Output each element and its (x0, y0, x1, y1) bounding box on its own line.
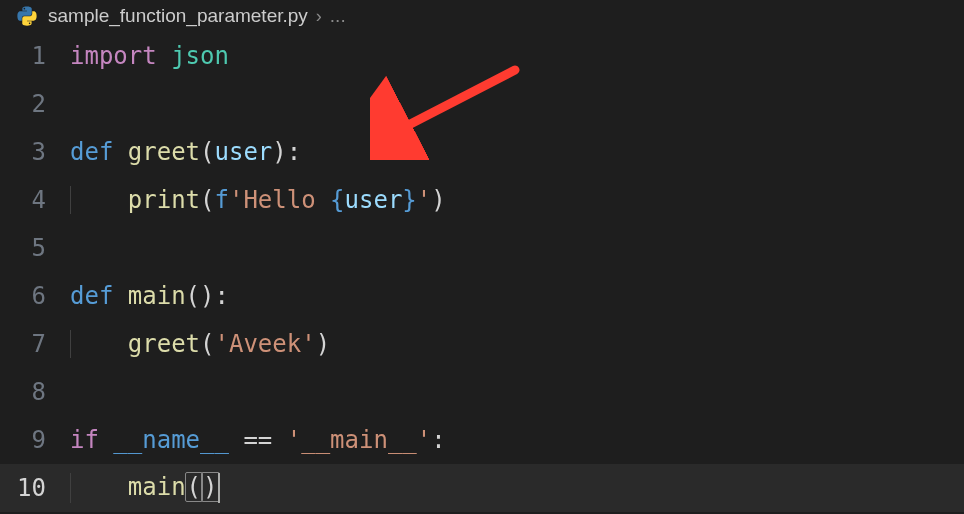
code-content[interactable]: def main(): (70, 282, 229, 310)
code-line: 8 (0, 368, 964, 416)
line-number: 3 (0, 138, 70, 166)
code-content[interactable]: print(f'Hello {user}') (70, 186, 446, 214)
breadcrumb-filename[interactable]: sample_function_parameter.py (48, 5, 308, 27)
line-number: 2 (0, 90, 70, 118)
code-line: 9 if __name__ == '__main__': (0, 416, 964, 464)
line-number: 9 (0, 426, 70, 454)
cursor (218, 473, 220, 503)
indent-guide (70, 473, 71, 503)
code-content[interactable]: import json (70, 42, 229, 70)
code-content[interactable]: main() (70, 473, 220, 503)
code-line: 2 (0, 80, 964, 128)
code-content[interactable]: greet('Aveek') (70, 330, 330, 358)
code-line: 7 greet('Aveek') (0, 320, 964, 368)
code-line: 5 (0, 224, 964, 272)
code-line: 1 import json (0, 32, 964, 80)
python-icon (16, 5, 38, 27)
code-content[interactable]: def greet(user): (70, 138, 301, 166)
indent-guide (70, 330, 71, 358)
breadcrumb-ellipsis[interactable]: ... (330, 5, 346, 27)
line-number: 8 (0, 378, 70, 406)
breadcrumb-separator-icon: › (316, 6, 322, 27)
line-number: 10 (0, 474, 70, 502)
code-line: 4 print(f'Hello {user}') (0, 176, 964, 224)
indent-guide (70, 186, 71, 214)
line-number: 7 (0, 330, 70, 358)
line-number: 5 (0, 234, 70, 262)
line-number: 6 (0, 282, 70, 310)
breadcrumb[interactable]: sample_function_parameter.py › ... (0, 0, 964, 32)
line-number: 1 (0, 42, 70, 70)
code-content[interactable]: if __name__ == '__main__': (70, 426, 446, 454)
code-line: 6 def main(): (0, 272, 964, 320)
line-number: 4 (0, 186, 70, 214)
code-line: 3 def greet(user): (0, 128, 964, 176)
code-line: 10 main() (0, 464, 964, 512)
code-editor[interactable]: 1 import json 2 3 def greet(user): 4 pri… (0, 32, 964, 512)
